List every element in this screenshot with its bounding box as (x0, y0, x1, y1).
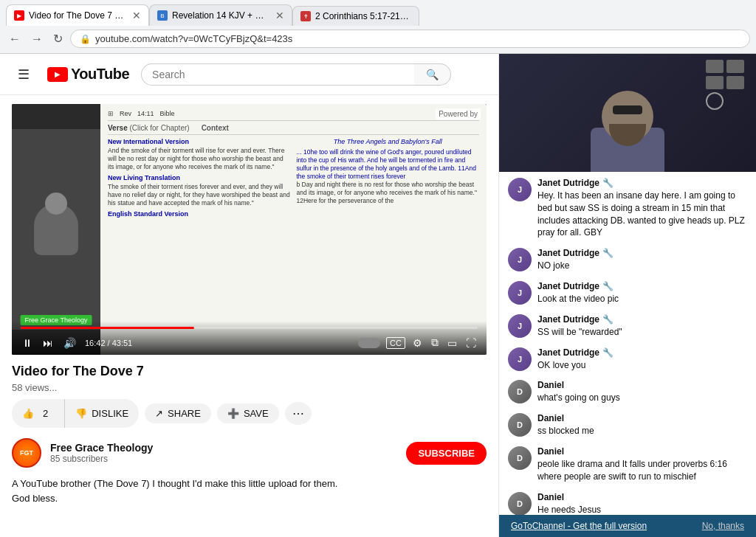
browser-chrome: ▶ Video for The Dove 7 - YouT ✕ B Revela… (0, 0, 756, 54)
bible-nav: ⊞ Rev 14:11 Bible (108, 110, 479, 121)
yt-search: 🔍 (141, 63, 451, 86)
tab-1[interactable]: ▶ Video for The Dove 7 - YouT ✕ (6, 4, 149, 26)
address-bar: ← → ↻ 🔒 youtube.com/watch?v=0WcTCyFBjzQ&… (0, 26, 756, 53)
clock-decoration (706, 92, 724, 110)
context-text1: ... 10he too will drink the wine of God'… (297, 148, 480, 181)
chat-body-8: Daniel peole like drama and It falls und… (537, 446, 747, 483)
context-subtitle: The Three Angels and Babylon's Fall (297, 138, 480, 145)
chat-body-7: Daniel ss blocked me (537, 413, 747, 437)
channel-name[interactable]: Free Grace Theology (50, 442, 153, 454)
chat-username-7: Daniel (537, 413, 747, 423)
chat-username-2: Janet Dutridge 🔧 (537, 248, 747, 258)
bible-chapter: 14:11 (137, 110, 154, 117)
chat-text-9: He needs Jesus (537, 504, 747, 515)
chat-username-4: Janet Dutridge 🔧 (537, 314, 747, 325)
chat-username-5: Janet Dutridge 🔧 (537, 347, 747, 358)
channel-info: Free Grace Theology 85 subscribers (50, 442, 153, 464)
yt-logo-icon (47, 67, 68, 82)
avatar-letter-1: J (518, 185, 522, 194)
search-input[interactable] (141, 63, 414, 86)
chat-avatar-9: D (508, 492, 532, 515)
video-controls: ⏸ ⏭ 🔊 16:42 / 43:51 CC ⚙ ⧉ ▭ ⛶ (12, 321, 487, 355)
bible-display: Powered by ⊞ Rev 14:11 Bible (100, 104, 487, 355)
controls-right: CC ⚙ ⧉ ▭ ⛶ (358, 335, 478, 350)
niv-text: And the smoke of their torment will rise… (108, 147, 291, 171)
video-description: A YouTube brother (The Dove 7) I thought… (12, 477, 487, 505)
settings-button[interactable]: ⚙ (411, 336, 424, 350)
wall-decorations (706, 60, 750, 110)
miniplayer-button[interactable]: ⧉ (430, 335, 440, 350)
webcam-view (499, 54, 756, 172)
chat-avatar-3: J (508, 281, 532, 305)
channel-subscribers: 85 subscribers (50, 454, 153, 464)
chat-text-4: SS will be "rewarded" (537, 326, 747, 339)
small-person-view: Free Grace Theology (12, 129, 100, 330)
yt-header: ☰ YouTube 🔍 (0, 54, 498, 95)
theater-button[interactable]: ▭ (446, 336, 458, 350)
chat-icon-1: 🔧 (602, 178, 614, 188)
youtube-area: ☰ YouTube 🔍 (0, 54, 498, 537)
play-pause-button[interactable]: ⏸ (21, 336, 34, 350)
save-icon: ➕ (227, 408, 239, 419)
chat-body-4: Janet Dutridge 🔧 SS will be "rewarded" (537, 314, 747, 339)
chat-username-9: Daniel (537, 492, 747, 502)
share-button[interactable]: ↗ SHARE (145, 403, 211, 423)
menu-button[interactable]: ☰ (12, 63, 35, 86)
url-bar[interactable]: 🔒 youtube.com/watch?v=0WcTCyFBjzQ&t=423s (70, 30, 750, 48)
yt-logo[interactable]: YouTube (47, 66, 129, 83)
chat-avatar-1: J (508, 178, 532, 201)
like-dislike-group: 👍 2 👎 DISLIKE (12, 399, 139, 428)
bible-content: ⊞ Rev 14:11 Bible Verse (Click for Chapt… (100, 104, 487, 355)
chat-body-9: Daniel He needs Jesus (537, 492, 747, 515)
banner-dismiss-link[interactable]: No, thanks (702, 521, 744, 531)
fullscreen-button[interactable]: ⛶ (464, 336, 478, 350)
verse-tab[interactable]: Verse (Click for Chapter) (108, 124, 190, 132)
chat-username-6: Daniel (537, 380, 747, 390)
next-button[interactable]: ⏭ (41, 336, 55, 350)
time-display: 16:42 / 43:51 (85, 339, 132, 347)
tab-1-close[interactable]: ✕ (132, 10, 141, 21)
progress-bar[interactable] (21, 327, 478, 329)
chat-body-1: Janet Dutridge 🔧 Hey. It has been an ins… (537, 178, 747, 239)
tab-1-title: Video for The Dove 7 - YouT (29, 10, 125, 21)
cc-button[interactable]: CC (386, 337, 405, 349)
channel-initials: FGT (20, 449, 33, 457)
main-layout: ☰ YouTube 🔍 (0, 54, 756, 537)
nlt-text: The smoke of their torment rises forever… (108, 183, 291, 207)
subscribe-button[interactable]: SUBSCRIBE (406, 442, 487, 465)
like-button[interactable]: 👍 2 (12, 399, 65, 428)
tab-2[interactable]: B Revelation 14 KJV + Strong's ✕ (149, 4, 292, 26)
chat-text-7: ss blocked me (537, 425, 747, 437)
progress-fill (21, 327, 194, 329)
save-button[interactable]: ➕ SAVE (217, 403, 279, 423)
chat-avatar-8: D (508, 446, 532, 470)
banner-cta-link[interactable]: GoToChannel - Get the full version (511, 521, 647, 531)
sidebar-cam: Free Grace Theology (12, 104, 100, 355)
wall-item-4 (726, 76, 744, 89)
autoplay-toggle[interactable] (358, 338, 380, 348)
volume-button[interactable]: 🔊 (62, 336, 78, 350)
dislike-button[interactable]: 👎 DISLIKE (65, 399, 139, 428)
search-button[interactable]: 🔍 (414, 63, 451, 86)
chat-body-6: Daniel what's going on guys (537, 380, 747, 404)
thumbs-up-icon: 👍 (22, 408, 34, 419)
more-options-button[interactable]: ⋯ (285, 402, 312, 425)
tab-3[interactable]: ✝ 2 Corinthians 5:17-21,1 Cori (292, 6, 419, 26)
tab-1-favicon: ▶ (14, 10, 24, 21)
chat-msg-3: J Janet Dutridge 🔧 Look at the video pic (508, 281, 747, 305)
like-count: 2 (38, 403, 54, 423)
video-frame: Free Grace Theology Powered by ⊞ Rev 14:… (12, 104, 487, 355)
dislike-label: DISLIKE (92, 408, 128, 419)
video-content: Free Grace Theology Powered by ⊞ Rev 14:… (0, 95, 498, 537)
desc-line1: A YouTube brother (The Dove 7) I thought… (12, 477, 487, 491)
video-title: Video for The Dove 7 (12, 364, 487, 379)
context-tab[interactable]: Context (202, 124, 229, 132)
head (602, 91, 653, 142)
chat-body-5: Janet Dutridge 🔧 OK love you (537, 347, 747, 372)
bible-context-col: The Three Angels and Babylon's Fall ... … (297, 138, 480, 219)
forward-button[interactable]: → (28, 30, 46, 49)
tab-2-close[interactable]: ✕ (275, 10, 284, 21)
video-player[interactable]: Free Grace Theology Powered by ⊞ Rev 14:… (12, 104, 487, 355)
back-button[interactable]: ← (6, 30, 24, 49)
reload-button[interactable]: ↻ (50, 29, 66, 49)
